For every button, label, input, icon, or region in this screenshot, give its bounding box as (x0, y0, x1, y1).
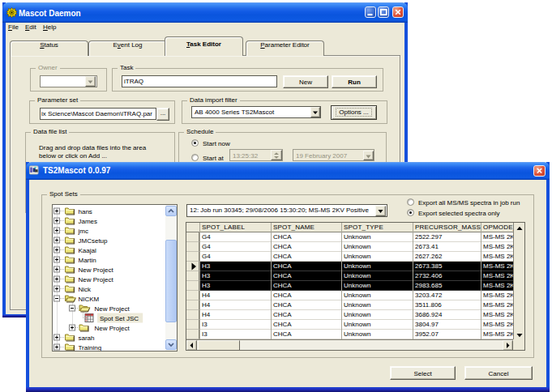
svg-text:New Project: New Project (95, 305, 131, 313)
svg-text:James: James (79, 218, 98, 225)
svg-text:Training: Training (79, 344, 102, 352)
svg-text:sarah: sarah (79, 334, 95, 342)
svg-text:hans: hans (79, 208, 92, 215)
svg-text:Kaajal: Kaajal (79, 247, 96, 254)
svg-text:New Project: New Project (79, 266, 114, 274)
svg-text:NICKM: NICKM (79, 296, 100, 303)
svg-text:Martin: Martin (79, 257, 96, 264)
svg-text:jmc: jmc (78, 228, 88, 235)
svg-text:Nick: Nick (79, 286, 92, 293)
svg-text:New Project: New Project (95, 325, 131, 332)
svg-text:New Project: New Project (79, 276, 114, 283)
svg-text:Spot Set JSC: Spot Set JSC (100, 315, 139, 322)
svg-text:JMCsetup: JMCsetup (79, 237, 109, 245)
